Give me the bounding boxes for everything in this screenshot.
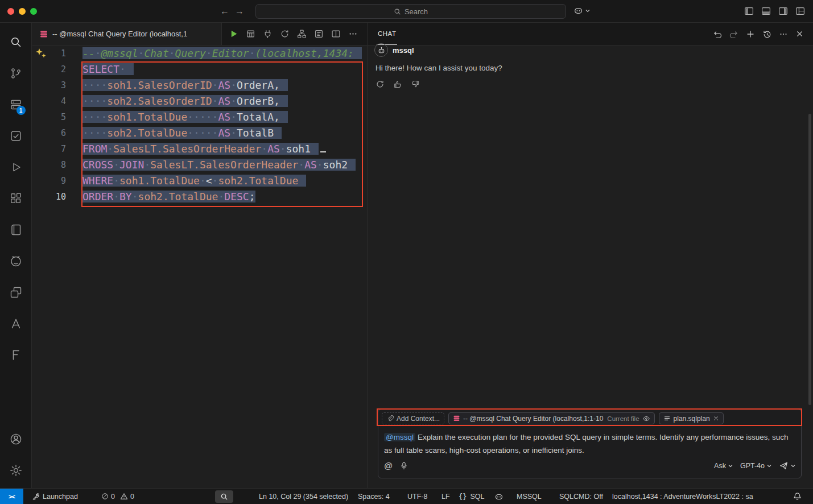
chat-scrollbar[interactable]: [808, 114, 811, 405]
notifications-bell[interactable]: [793, 489, 802, 504]
line-number: 1: [32, 46, 66, 61]
encoding-status[interactable]: UTF-8: [407, 489, 427, 504]
code-editor[interactable]: 1--·@mssql·Chat·Query·Editor·(localhost,…: [32, 46, 367, 488]
code-line[interactable]: 2SELECT·: [32, 61, 367, 77]
macos-zoom-button[interactable]: [30, 8, 37, 15]
customize-layout-button[interactable]: [795, 6, 805, 16]
toggle-secondary-sidebar-button[interactable]: [778, 6, 788, 16]
chat-input-widget[interactable]: Add Context... -- @mssql Chat Query Edit…: [378, 409, 802, 478]
sidebar-item-remote-explorer[interactable]: [2, 276, 30, 308]
sidebar-item-account[interactable]: [2, 423, 30, 455]
chat-message: mssql Hi there! How can I assist you tod…: [374, 43, 802, 89]
error-count: 0: [111, 493, 115, 501]
chat-input-prompt: Explain the execution plan for the provi…: [384, 433, 789, 455]
model-picker-dropdown[interactable]: GPT-4o: [740, 462, 771, 470]
sidebar-item-database-projects[interactable]: [2, 339, 30, 370]
sidebar-item-run-debug[interactable]: [2, 151, 30, 183]
run-icon: [9, 160, 23, 174]
regenerate-icon[interactable]: [375, 80, 385, 89]
search-placeholder: Search: [405, 7, 428, 16]
tab-title: -- @mssql Chat Query Editor (localhost,1: [52, 30, 187, 38]
error-circle-icon: [101, 493, 109, 500]
close-icon[interactable]: [795, 30, 804, 38]
disconnect-plug-button[interactable]: [263, 29, 273, 39]
indentation-status[interactable]: Spaces: 4: [358, 489, 390, 504]
sidebar-item-github[interactable]: [2, 245, 30, 276]
microphone-icon[interactable]: [400, 461, 408, 470]
status-bar: >< Launchpad 0 0 Ln 10, Col 29 (354 sele…: [0, 488, 813, 504]
sidebar-item-search[interactable]: [2, 26, 30, 57]
navigate-forward-button[interactable]: →: [233, 5, 246, 18]
more-actions-icon[interactable]: [779, 30, 788, 39]
notebook-icon: [9, 223, 23, 237]
code-line[interactable]: 4····soh2.SalesOrderID·AS·OrderB,: [32, 93, 367, 109]
sidebar-item-azure[interactable]: [2, 308, 30, 339]
mssql-database-icon: [39, 30, 48, 39]
macos-minimize-button[interactable]: [19, 8, 26, 15]
sidebar-item-query-history[interactable]: [2, 120, 30, 151]
code-line[interactable]: 9WHERE·soh1.TotalDue·<·soh2.TotalDue: [32, 173, 367, 189]
mssql-mention[interactable]: @mssql: [384, 433, 415, 441]
context-chips-row: Add Context... -- @mssql Chat Query Edit…: [378, 410, 801, 427]
thumbs-down-icon[interactable]: [411, 80, 420, 89]
copilot-status-item[interactable]: [494, 489, 504, 504]
zoom-indicator[interactable]: [215, 490, 233, 503]
eye-icon[interactable]: [642, 415, 650, 422]
add-context-chip[interactable]: Add Context...: [382, 412, 444, 424]
macos-close-button[interactable]: [7, 8, 14, 15]
run-query-button[interactable]: [229, 29, 238, 39]
toggle-panel-button[interactable]: [761, 6, 771, 16]
mssql-status-item[interactable]: MSSQL: [517, 489, 542, 504]
sidebar-item-connections[interactable]: 1: [2, 89, 30, 120]
undo-icon[interactable]: [713, 30, 722, 39]
problems-status-item[interactable]: 0 0: [101, 489, 137, 504]
change-connection-button[interactable]: [280, 29, 290, 39]
file-context-chip[interactable]: -- @mssql Chat Query Editor (localhost,1…: [448, 412, 655, 424]
language-mode-status[interactable]: {} SQL: [459, 489, 484, 504]
code-line[interactable]: 1--·@mssql·Chat·Query·Editor·(localhost,…: [32, 46, 367, 61]
gear-icon: [9, 464, 23, 477]
navigate-back-button[interactable]: ←: [218, 5, 231, 18]
connection-status-item[interactable]: localhost,1434 : AdventureWorksLT2022 : …: [612, 489, 753, 504]
query-plan-button[interactable]: [314, 29, 324, 39]
sidebar-item-source-control[interactable]: [2, 57, 30, 89]
code-line[interactable]: 10ORDER·BY·soh2.TotalDue·DESC;: [32, 189, 367, 205]
mention-button[interactable]: @: [384, 461, 393, 470]
close-icon[interactable]: [713, 415, 719, 422]
sidebar-item-extensions[interactable]: [2, 183, 30, 214]
plan-file-chip[interactable]: plan.sqlplan: [659, 412, 724, 424]
editor-tab-active[interactable]: -- @mssql Chat Query Editor (localhost,1: [32, 23, 222, 45]
code-line[interactable]: 8CROSS·JOIN·SalesLT.SalesOrderHeader·AS·…: [32, 157, 367, 173]
code-line[interactable]: 5····soh1.TotalDue·····AS·TotalA,: [32, 109, 367, 125]
copilot-menu-button[interactable]: [573, 6, 590, 15]
sqlcmd-status-item[interactable]: SQLCMD: Off: [559, 489, 603, 504]
layout-controls: [744, 6, 805, 16]
chat-input-text[interactable]: @mssqlExplain the execution plan for the…: [378, 427, 801, 458]
sidebar-item-notebooks[interactable]: [2, 214, 30, 245]
line-number: 6: [32, 125, 66, 141]
send-button[interactable]: [779, 461, 795, 470]
command-center-search[interactable]: Search: [255, 4, 566, 19]
thumbs-up-icon[interactable]: [393, 80, 402, 89]
new-chat-icon[interactable]: [746, 30, 755, 39]
line-number: 4: [32, 93, 66, 109]
code-line[interactable]: 7FROM·SalesLT.SalesOrderHeader·AS·soh1: [32, 141, 367, 157]
cursor-position-status[interactable]: Ln 10, Col 29 (354 selected): [259, 489, 348, 504]
chat-message-text: Hi there! How can I assist you today?: [375, 64, 802, 72]
estimated-plan-button[interactable]: [297, 29, 307, 39]
results-grid-button[interactable]: [246, 29, 255, 39]
history-icon[interactable]: [762, 30, 771, 39]
sidebar-item-settings[interactable]: [2, 455, 30, 486]
code-line[interactable]: 6····soh2.TotalDue·····AS·TotalB: [32, 125, 367, 141]
launchpad-status-item[interactable]: Launchpad: [32, 489, 78, 504]
redo-icon[interactable]: [729, 30, 738, 39]
more-actions-button[interactable]: [348, 29, 358, 39]
split-editor-button[interactable]: [331, 29, 341, 39]
toggle-primary-sidebar-button[interactable]: [744, 6, 754, 16]
code-line[interactable]: 3····soh1.SalesOrderID·AS·OrderA,: [32, 77, 367, 93]
eol-status[interactable]: LF: [441, 489, 450, 504]
magnifier-icon: [220, 493, 228, 501]
chat-mode-dropdown[interactable]: Ask: [714, 462, 733, 470]
tab-chat[interactable]: CHAT: [377, 23, 397, 45]
remote-indicator[interactable]: ><: [0, 489, 23, 504]
